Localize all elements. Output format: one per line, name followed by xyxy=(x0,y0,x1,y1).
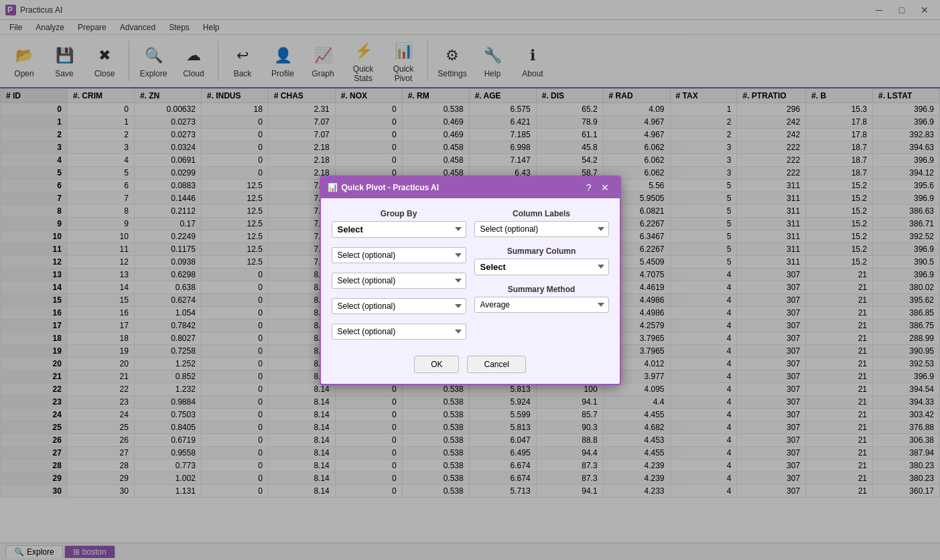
summary-method-select[interactable]: Average Sum Count Min Max xyxy=(474,297,609,313)
summary-column-label: Summary Column xyxy=(474,247,609,256)
modal-titlebar: 📊 Quick Pivot - Practicus AI ? ✕ xyxy=(321,177,620,198)
ok-button[interactable]: OK xyxy=(414,356,459,373)
column-labels-select[interactable]: Select (optional) xyxy=(474,221,609,237)
summary-section: Column Labels Select (optional) Summary … xyxy=(474,209,609,340)
summary-column-select[interactable]: Select xyxy=(474,259,609,275)
modal-pivot-icon: 📊 xyxy=(328,183,338,192)
summary-method-label: Summary Method xyxy=(474,285,609,294)
modal-title-section: 📊 Quick Pivot - Practicus AI xyxy=(328,183,440,192)
group-by-select-optional-2[interactable]: Select (optional) xyxy=(332,273,466,289)
modal-controls: ? ✕ xyxy=(582,181,613,194)
modal-columns: Group By Select Select (optional) Select… xyxy=(332,209,609,340)
modal-help-button[interactable]: ? xyxy=(582,181,596,194)
group-by-select-optional-1[interactable]: Select (optional) xyxy=(332,247,466,263)
group-by-select-optional-3[interactable]: Select (optional) xyxy=(332,298,466,314)
group-by-select-optional-4[interactable]: Select (optional) xyxy=(332,324,466,340)
quick-pivot-modal: 📊 Quick Pivot - Practicus AI ? ✕ Group B… xyxy=(320,176,621,385)
modal-body: Group By Select Select (optional) Select… xyxy=(321,198,620,350)
modal-close-button[interactable]: ✕ xyxy=(597,181,613,194)
cancel-button[interactable]: Cancel xyxy=(467,356,525,373)
modal-overlay: 📊 Quick Pivot - Practicus AI ? ✕ Group B… xyxy=(0,0,940,560)
modal-title: Quick Pivot - Practicus AI xyxy=(342,183,440,192)
modal-footer: OK Cancel xyxy=(321,350,620,384)
group-by-section: Group By Select Select (optional) Select… xyxy=(332,209,466,340)
group-by-label: Group By xyxy=(332,209,466,218)
group-by-select-main[interactable]: Select xyxy=(332,221,466,238)
column-labels-label: Column Labels xyxy=(474,209,609,218)
